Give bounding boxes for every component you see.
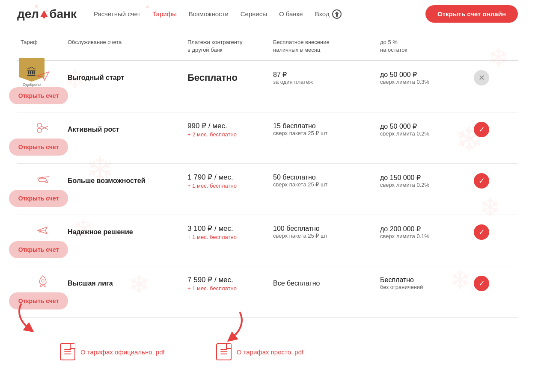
tariff-payments-sub-2: сверх пакета 25 ₽ шт [273,130,373,136]
tariff-btn-cell-2: Открыть счет [17,139,64,156]
table-row: Активный рост 990 ₽ / мес. + 2 мес. бесп… [17,112,518,164]
col-header-action [445,37,518,56]
tariff-price-cell-2: 990 ₽ / мес. + 2 мес. бесплатно [184,121,270,138]
tariff-payments-cell-1: 87 ₽ за один платёж [270,71,377,85]
col-header-remainder: до 5 % на остаток [377,37,445,56]
tariff-cash-sub-1: сверх лимита 0.3% [380,79,442,85]
footer-link-2[interactable]: О тарифах просто, pdf [216,343,304,360]
svg-point-2 [37,123,42,127]
open-tariff-btn-4[interactable]: Открыть счет [9,241,68,258]
login-label: Вход [315,10,330,18]
footer-link-text-2[interactable]: О тарифах просто, pdf [237,348,304,356]
tariff-payments-sub-4: сверх пакета 25 ₽ шт [273,233,373,239]
logo-text-1: дел [17,7,39,21]
arrow-right [210,308,253,348]
logo[interactable]: дел банк [17,7,77,21]
main-nav: Расчетный счет Тарифы Возможности Сервис… [94,9,425,19]
tariff-btn-cell-3: Открыть счет [17,190,64,207]
tariff-cash-sub-3: сверх лимита 0.2% [380,182,442,188]
footer-link-1[interactable]: О тарифах официально, pdf [60,343,165,360]
open-tariff-btn-3[interactable]: Открыть счет [9,190,68,207]
tariff-btn-cell-1: Открыть счет [17,87,64,104]
tariff-payments-cell-4: 100 бесплатно сверх пакета 25 ₽ шт [270,225,377,239]
tariff-cash-main-4: до 200 000 ₽ [380,225,442,233]
tariff-cash-cell-3: до 150 000 ₽ сверх лимита 0.2% [377,174,445,188]
login-icon [332,9,342,19]
tariff-remainder-cell-5: ✓ [445,276,518,291]
plane-icon [35,223,51,241]
pdf-icon-1 [60,343,75,360]
logo-tree-icon [39,9,49,19]
tariff-icon-cell-2 [17,120,64,139]
nav-item-account[interactable]: Расчетный счет [94,10,140,18]
tariff-price-sub-5: + 1 мес. бесплатно [187,285,266,292]
tariff-cash-main-1: до 50 000 ₽ [380,71,442,79]
arrow-left [9,299,47,339]
tariff-price-cell-5: 7 590 ₽ / мес. + 1 мес. бесплатно [184,275,270,292]
tariff-remainder-cell-2: ✓ [445,122,518,137]
helicopter-icon [35,171,51,190]
tariff-name-cell-2: Активный рост [64,126,184,133]
arrow-right-icon [210,308,253,346]
login-button[interactable]: Вход [315,9,342,19]
open-account-header-button[interactable]: Открыть счет онлайн [425,5,518,23]
nav-item-about[interactable]: О банке [279,10,303,18]
tariff-price-cell-3: 1 790 ₽ / мес. + 1 мес. бесплатно [184,173,270,189]
tariff-cash-main-2: до 50 000 ₽ [380,122,442,130]
col-header-service: Обслуживание счета [64,37,184,56]
tariffs-table-container: ❄ ❄ ❄ ❄ ❄ ❄ ❄ ❄ 🏛 Одобрено Markswebb Тар… [0,28,535,330]
tariff-name-4: Надежное решение [68,228,181,236]
tariff-name-cell-4: Надежное решение [64,228,184,236]
nav-item-services[interactable]: Сервисы [241,10,267,18]
open-tariff-btn-2[interactable]: Открыть счет [9,139,68,156]
check-icon-2: ✓ [474,122,489,137]
tariff-cash-sub-4: сверх лимита 0.1% [380,233,442,239]
tariff-cash-cell-1: до 50 000 ₽ сверх лимита 0.3% [377,71,445,85]
svg-rect-1 [43,17,45,18]
tariff-icon-cell-5 [17,274,64,292]
tariff-remainder-cell-4: ✓ [445,224,518,240]
tariff-name-2: Активный рост [68,126,181,133]
tariff-price-3: 1 790 ₽ / мес. [187,173,266,182]
tariff-payments-cell-5: Все бесплатно [270,280,377,287]
tariff-payments-main-2: 15 бесплатно [273,122,373,130]
tariff-price-cell-1: Бесплатно [184,72,270,83]
tariff-icon-cell-1 [17,68,64,87]
header: ❄ ❄ ❄ ❄ дел банк Расчетный счет Тарифы В… [0,0,535,28]
col-header-cash: Бесплатное внесение наличных в месяц [270,37,377,56]
tariff-payments-main-4: 100 бесплатно [273,225,373,233]
tariff-price-1: Бесплатно [187,72,266,83]
tariff-cash-cell-4: до 200 000 ₽ сверх лимита 0.1% [377,225,445,239]
nav-item-features[interactable]: Возможности [189,10,229,18]
table-row: Выгодный старт Бесплатно 87 ₽ за один пл… [17,61,518,112]
tariff-cash-sub-2: сверх лимита 0.2% [380,130,442,137]
tariff-name-5: Высшая лига [68,280,181,287]
footer-link-text-1[interactable]: О тарифах официально, pdf [80,348,165,356]
table-row: Высшая лига 7 590 ₽ / мес. + 1 мес. бесп… [17,266,518,318]
col-header-tariff: Тариф [17,37,64,56]
tariff-name-3: Больше возможностей [68,177,181,185]
tariff-btn-cell-4: Открыть счет [17,241,64,258]
tariff-payments-main-1: 87 ₽ [273,71,373,79]
tariff-price-sub-2: + 2 мес. бесплатно [187,131,266,138]
cross-icon-1: ✕ [474,70,489,85]
tariff-remainder-cell-1: ✕ [445,70,518,85]
footer-links: О тарифах официально, pdf О тарифах прос… [0,330,535,365]
tariff-price-sub-4: + 1 мес. бесплатно [187,234,266,240]
svg-marker-0 [40,10,48,17]
tariff-icon-cell-4 [17,223,64,241]
tariff-payments-main-5: Все бесплатно [273,280,373,287]
tariff-cash-sub-5: без ограничений [380,284,442,290]
open-tariff-btn-1[interactable]: Открыть счет [9,87,68,104]
tariff-name-cell-1: Выгодный старт [64,74,184,82]
nav-item-tariffs[interactable]: Тарифы [152,10,177,18]
rocket-icon [35,274,51,292]
svg-rect-6 [39,178,46,182]
tariff-name-cell-3: Больше возможностей [64,177,184,185]
tariff-payments-sub-1: за один платёж [273,79,373,85]
tariff-cash-cell-5: Бесплатно без ограничений [377,276,445,290]
check-icon-3: ✓ [474,173,489,189]
check-icon-5: ✓ [474,276,489,291]
tariff-payments-cell-2: 15 бесплатно сверх пакета 25 ₽ шт [270,122,377,136]
logo-text-2: банк [49,7,77,21]
